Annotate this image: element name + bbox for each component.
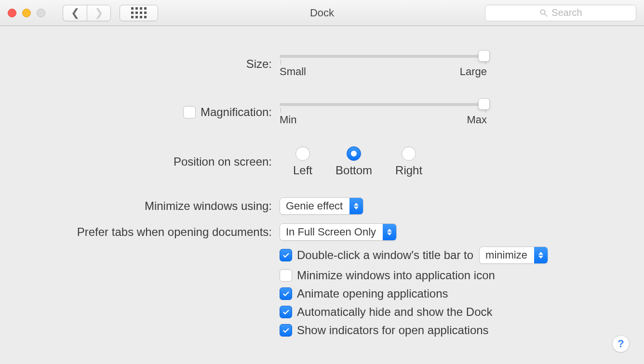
magnification-max-label: Max	[467, 114, 487, 126]
back-button[interactable]: ❮	[63, 5, 87, 21]
position-radio-group: Left Bottom Right	[280, 146, 422, 177]
prefer-tabs-value: In Full Screen Only	[280, 224, 383, 240]
autohide-label: Automatically hide and show the Dock	[297, 305, 493, 319]
position-bottom-radio[interactable]	[347, 146, 361, 161]
double-click-action-select[interactable]: minimize	[479, 247, 548, 264]
magnification-checkbox[interactable]	[183, 106, 196, 118]
double-click-action-value: minimize	[480, 247, 534, 263]
grid-icon	[131, 7, 147, 18]
magnification-label: Magnification:	[201, 105, 272, 119]
position-label: Position on screen:	[29, 155, 280, 169]
size-max-label: Large	[460, 65, 487, 78]
search-input[interactable]: Search	[485, 5, 636, 21]
position-left-radio[interactable]	[295, 146, 310, 161]
show-all-button[interactable]	[120, 5, 158, 21]
magnification-min-label: Min	[280, 114, 296, 126]
minimize-into-app-label: Minimize windows into application icon	[297, 269, 495, 282]
minimize-using-label: Minimize windows using:	[29, 199, 280, 213]
nav-back-forward: ❮ ❯	[63, 5, 111, 21]
updown-icon	[534, 247, 548, 263]
size-slider-thumb[interactable]	[478, 50, 490, 62]
help-button[interactable]: ?	[612, 335, 630, 352]
autohide-checkbox[interactable]	[280, 306, 292, 318]
zoom-button-disabled	[37, 9, 45, 17]
double-click-checkbox[interactable]	[280, 249, 292, 261]
forward-button: ❯	[87, 5, 111, 21]
minimize-into-app-checkbox[interactable]	[280, 269, 292, 282]
updown-icon	[349, 198, 363, 214]
size-label: Size:	[29, 57, 280, 71]
position-left-label: Left	[293, 164, 312, 177]
indicators-checkbox[interactable]	[280, 324, 292, 337]
minimize-using-value: Genie effect	[280, 198, 349, 214]
updown-icon	[383, 224, 396, 240]
window-controls	[8, 9, 45, 17]
size-min-label: Small	[280, 65, 306, 78]
animate-label: Animate opening applications	[297, 287, 448, 300]
title-bar: ❮ ❯ Dock Search	[0, 0, 644, 26]
size-slider[interactable]	[280, 55, 487, 58]
position-right-label: Right	[395, 164, 422, 177]
position-bottom-label: Bottom	[335, 164, 372, 177]
double-click-label: Double-click a window's title bar to	[297, 248, 473, 262]
minimize-using-select[interactable]: Genie effect	[280, 197, 363, 215]
position-right-radio[interactable]	[402, 146, 416, 161]
indicators-label: Show indicators for open applications	[297, 324, 489, 337]
search-placeholder: Search	[551, 7, 582, 18]
prefer-tabs-select[interactable]: In Full Screen Only	[280, 223, 397, 241]
animate-checkbox[interactable]	[280, 287, 292, 300]
prefer-tabs-label: Prefer tabs when opening documents:	[29, 225, 280, 239]
magnification-slider-thumb[interactable]	[478, 98, 490, 110]
search-icon	[539, 8, 549, 18]
magnification-slider[interactable]	[280, 103, 487, 106]
minimize-button[interactable]	[22, 9, 31, 17]
close-button[interactable]	[8, 9, 16, 17]
